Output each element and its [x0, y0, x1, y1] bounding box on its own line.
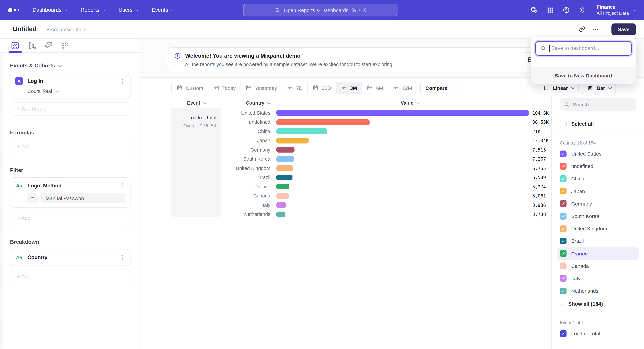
add-description[interactable]: + Add description...: [46, 26, 90, 32]
breakdown-card[interactable]: Aa Country ⋮: [10, 249, 130, 266]
value-bar[interactable]: [276, 156, 294, 162]
range-12m[interactable]: 12M: [388, 82, 417, 94]
save-to-dashboard-input[interactable]: Save to dashboard...: [535, 41, 632, 56]
save-button[interactable]: Save: [612, 23, 636, 35]
legend-item-netherlands[interactable]: Netherlands: [557, 285, 639, 297]
add-formula-button[interactable]: + Add: [10, 140, 130, 153]
mixpanel-app: Dashboards Reports Users Events Open Rep…: [0, 0, 644, 349]
legend-item-united-kingdom[interactable]: United Kingdom: [557, 222, 639, 235]
legend-item-brazil[interactable]: Brazil: [557, 235, 639, 247]
range-custom[interactable]: Custom: [172, 82, 208, 94]
nav-item-reports[interactable]: Reports: [81, 7, 104, 13]
value-bar[interactable]: [276, 175, 292, 180]
nav-item-dashboards[interactable]: Dashboards: [32, 7, 66, 13]
value-bar[interactable]: [276, 119, 370, 125]
apps-grid-icon[interactable]: [546, 6, 554, 14]
range-3m[interactable]: 3M: [336, 82, 362, 94]
legend-search-input[interactable]: Search: [560, 98, 636, 111]
tab-flows-icon[interactable]: [44, 41, 53, 50]
filter-operator[interactable]: =: [28, 193, 38, 203]
add-breakdown-button[interactable]: + Add: [10, 270, 130, 283]
legend-checkbox[interactable]: [560, 150, 566, 157]
legend-checkbox[interactable]: [560, 238, 566, 244]
legend-item-log-in---total[interactable]: Log In - Total: [557, 327, 639, 340]
country-column-header[interactable]: Country: [246, 100, 269, 106]
metric-name[interactable]: Log In: [28, 78, 43, 84]
nav-item-events[interactable]: Events: [152, 7, 173, 13]
save-to-new-dashboard-button[interactable]: Save to New Dashboard: [531, 67, 636, 84]
tab-funnels-icon[interactable]: [28, 41, 36, 50]
value-bar[interactable]: [276, 193, 289, 199]
legend-checkbox[interactable]: [560, 263, 566, 269]
legend-checkbox[interactable]: [560, 175, 566, 182]
legend-checkbox[interactable]: [560, 225, 566, 232]
legend-checkbox[interactable]: [560, 163, 566, 170]
value-column-header[interactable]: Value: [401, 100, 418, 106]
legend-item-germany[interactable]: Germany: [557, 197, 639, 210]
legend-item-china[interactable]: China: [557, 172, 639, 185]
legend-checkbox[interactable]: [560, 188, 566, 194]
value-bar[interactable]: [276, 110, 529, 116]
kebab-menu-icon[interactable]: ⋮: [120, 255, 126, 261]
breakdown-property[interactable]: Country: [28, 255, 48, 261]
legend-checkbox[interactable]: [560, 250, 566, 257]
global-search-button[interactable]: Open Reports & Dashboards ⌘ + K: [243, 4, 398, 16]
show-all-row[interactable]: Show all (184): [560, 301, 636, 307]
legend-item-undefined[interactable]: undefined: [557, 160, 639, 172]
value-bar[interactable]: [276, 184, 289, 190]
kebab-menu-icon[interactable]: ⋮: [120, 78, 126, 84]
mixpanel-logo-icon[interactable]: [8, 8, 19, 12]
tab-retention-icon[interactable]: [61, 41, 70, 50]
range-today[interactable]: Today: [208, 82, 241, 94]
metric-aggregation[interactable]: Count Total: [28, 88, 126, 94]
settings-gear-icon[interactable]: [578, 6, 586, 14]
calendar-icon: [176, 85, 183, 91]
events-cohorts-header[interactable]: Events & Cohorts: [10, 63, 130, 69]
value-bar[interactable]: [276, 129, 327, 134]
chart-bar-row: Netherlands 3,738: [141, 210, 552, 219]
more-options-icon[interactable]: [592, 25, 599, 33]
filter-property[interactable]: Login Method: [28, 183, 62, 189]
value-bar[interactable]: [276, 147, 295, 153]
range-yesterday[interactable]: Yesterday: [241, 82, 282, 94]
tab-insights-icon[interactable]: [11, 41, 20, 50]
help-icon[interactable]: [562, 6, 570, 14]
value-bar[interactable]: [276, 165, 293, 171]
range-7d[interactable]: 7D: [282, 82, 308, 94]
data-management-icon[interactable]: [530, 6, 538, 14]
range-6m[interactable]: 6M: [362, 82, 388, 94]
legend-checkbox[interactable]: [560, 200, 566, 207]
nav-item-users[interactable]: Users: [118, 7, 138, 13]
legend-item-italy[interactable]: Italy: [557, 272, 639, 285]
report-title[interactable]: Untitled: [13, 25, 36, 33]
select-all-row[interactable]: Select all: [560, 121, 636, 127]
add-filter-button[interactable]: + Add: [10, 212, 130, 225]
metric-card[interactable]: A Log In ⋮ Count Total: [10, 73, 130, 98]
add-metric-button[interactable]: + Add Metric: [10, 102, 130, 116]
legend-item-canada[interactable]: Canada: [557, 260, 639, 272]
select-all-checkbox[interactable]: [560, 121, 566, 127]
calendar-icon: [340, 85, 347, 91]
main-layout: Events & Cohorts A Log In ⋮ Count Total …: [0, 38, 644, 349]
legend-checkbox[interactable]: [560, 275, 566, 282]
kebab-menu-icon[interactable]: ⋮: [120, 183, 126, 189]
compare-button[interactable]: Compare: [420, 82, 458, 94]
legend-item-south-korea[interactable]: South Korea: [557, 210, 639, 222]
range-30d[interactable]: 30D: [308, 82, 336, 94]
project-switcher[interactable]: Finance All Project Data: [596, 4, 636, 16]
legend-checkbox[interactable]: [560, 330, 566, 337]
value-bar[interactable]: [276, 138, 309, 143]
calendar-icon: [245, 85, 252, 91]
event-column-header[interactable]: Event: [187, 100, 206, 106]
legend-checkbox[interactable]: [560, 213, 566, 219]
legend-item-france[interactable]: France: [557, 247, 639, 260]
filter-value[interactable]: Manual Password: [41, 193, 126, 203]
legend-item-united-states[interactable]: United States: [557, 147, 639, 160]
legend-item-japan[interactable]: Japan: [557, 185, 639, 197]
copy-link-icon[interactable]: [578, 25, 586, 33]
event-count: Event 1 of 1: [560, 320, 636, 325]
filter-card[interactable]: Aa Login Method ⋮ = Manual Password: [10, 177, 130, 208]
value-bar[interactable]: [276, 212, 286, 217]
value-bar[interactable]: [276, 202, 286, 208]
legend-checkbox[interactable]: [560, 288, 566, 294]
